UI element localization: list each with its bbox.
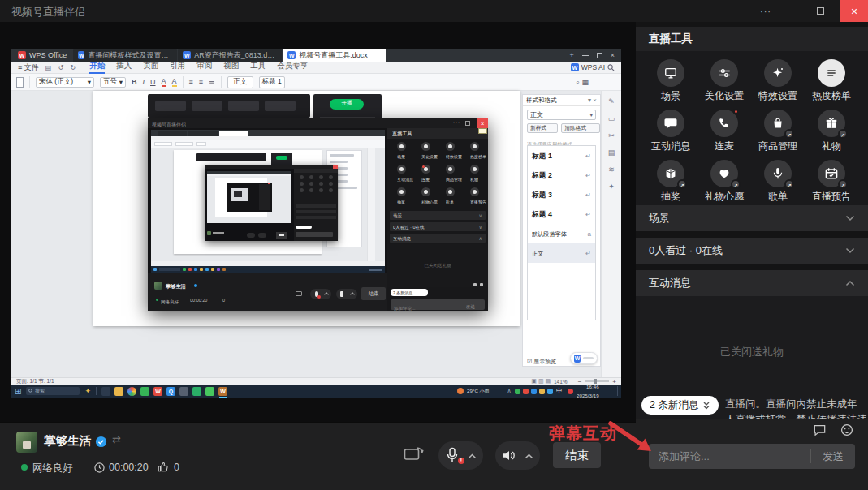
window-menu-icon[interactable]: ···: [754, 0, 778, 22]
captured-close-button: ×: [477, 118, 488, 128]
style-chip-body: 正文: [227, 76, 253, 88]
tool-songlist[interactable]: ↗歌单: [751, 156, 805, 205]
captured-preview: [151, 130, 385, 273]
section-messages[interactable]: 互动消息: [636, 270, 868, 296]
find-replace-icon: ⌕ ▦: [576, 78, 589, 87]
tools-panel-title: 直播工具: [636, 27, 868, 51]
scene-icon: [657, 59, 684, 87]
tray-icon: [547, 389, 553, 394]
tool-label: 商品管理: [751, 140, 805, 153]
live-tools-sidebar: 直播工具 场景美化设置特效设置热度榜单互动消息连麦↗商品管理↗礼物↗抽奖↗礼物心…: [636, 22, 868, 490]
captured-app-window-level3: [227, 183, 272, 212]
likes-count: 0: [174, 462, 179, 473]
tool-label: 连麦: [697, 140, 751, 153]
windows-taskbar: ⊞ 搜索 ✦ WQW 29°C 小雨 ∧ 中 16:46 2025/3/19: [11, 385, 621, 398]
screen-share-icon[interactable]: [404, 445, 425, 466]
wps-quick-icons: ▤ ↺ ↻: [45, 64, 78, 71]
preview-icon: ↗: [818, 160, 845, 187]
italic-icon: I: [143, 78, 145, 86]
section-scene[interactable]: 场景: [636, 205, 868, 231]
style-item: 标题 3↵: [528, 185, 595, 204]
style-item: 默认段落字体a: [528, 224, 595, 243]
live-preview-area: WWPS OfficeW直播间模板样式及设置方式—(1)WAR资产报告表_081…: [11, 49, 621, 398]
wps-newtab-icon: +: [569, 51, 573, 59]
tool-ranking[interactable]: 热度榜单: [805, 55, 858, 105]
system-notice: 直播间。直播间内禁止未成年 人直播或打赏，禁止传播违法违规内容: [725, 397, 868, 419]
lottery-icon: ↗: [657, 160, 684, 187]
cut-icon: ✂: [608, 131, 615, 140]
taskbar-tray: 29°C 小雨 ∧ 中 16:46 2025/3/19: [457, 382, 618, 398]
tool-label: 美化设置: [697, 89, 751, 103]
wps-ribbon-tab: 会员专享: [277, 61, 308, 74]
wps-tab-strip: WWPS OfficeW直播间模板样式及设置方式—(1)WAR资产报告表_081…: [11, 49, 621, 62]
taskbar-icon-app-q: Q: [166, 387, 175, 396]
mini-tool-goods: 商品管理: [438, 163, 462, 186]
verified-badge-icon: [95, 436, 107, 451]
external-link-icon: ↗: [838, 179, 848, 189]
emoji-icon[interactable]: [840, 423, 853, 440]
external-link-icon: ↗: [784, 129, 794, 139]
tool-preview[interactable]: ↗直播预告: [805, 156, 858, 205]
tool-goods[interactable]: ↗商品管理: [751, 105, 805, 155]
select-icon: ▭: [608, 114, 615, 122]
maximize-button[interactable]: [809, 0, 831, 22]
minimize-button[interactable]: [781, 0, 804, 22]
wps-doc-tab: W视频号直播工具.docx: [283, 49, 386, 62]
line-spacing-icon: ≣: [209, 78, 215, 86]
send-button[interactable]: 发送: [823, 449, 844, 464]
mini-tool-gift: 礼物: [462, 163, 486, 186]
chevron-up-icon[interactable]: [468, 453, 477, 459]
captured-app-window: 视频号直播伴侣 ··· ×: [148, 118, 488, 311]
section-viewers[interactable]: 0人看过 · 0在线: [636, 238, 868, 264]
wps-ribbon-tab: 审阅: [196, 61, 212, 74]
tool-gift[interactable]: ↗礼物: [805, 105, 858, 155]
tool-effects[interactable]: 特效设置: [751, 55, 805, 105]
title-bar: 视频号直播伴侣 ··· × 关: [0, 0, 868, 22]
tool-chat[interactable]: 互动消息: [644, 105, 697, 155]
external-link-icon: ↗: [784, 179, 794, 189]
ranking-icon: [818, 59, 845, 87]
speaker-button[interactable]: [495, 441, 540, 470]
end-stream-button[interactable]: 结束: [553, 442, 601, 468]
shape-icon: ▤: [608, 148, 615, 157]
chevron-down-icon: [845, 215, 855, 221]
tool-scene[interactable]: 场景: [644, 55, 697, 105]
new-style-button: 新样式: [527, 123, 558, 133]
wps-logo-icon: W: [571, 63, 579, 71]
bold-icon: B: [132, 78, 137, 86]
close-button[interactable]: ×: [840, 0, 868, 22]
style-item: 正文↵: [528, 243, 595, 263]
tool-label: 热度榜单: [805, 89, 858, 103]
red-dot-badge: [733, 109, 739, 114]
tool-beauty[interactable]: 美化设置: [697, 55, 751, 105]
comment-input-wrap: 发送: [649, 444, 855, 469]
comment-bubble-icon[interactable]: [813, 423, 827, 440]
likes-icon: [157, 461, 169, 476]
switch-account-icon[interactable]: ⇄: [112, 433, 121, 445]
wps-side-toolbar: ✎ ▭ ✂ ▤ ≋ ✦: [601, 91, 621, 377]
mini-tool-preview: 直播预告: [462, 186, 486, 208]
tool-call[interactable]: 连麦: [697, 105, 751, 155]
wps-ai-float: W: [570, 352, 598, 364]
comment-input[interactable]: [649, 444, 808, 469]
wps-doc-tab: WAR资产报告表_0813.docx: [178, 49, 282, 62]
taskbar-icon-browser: [127, 387, 136, 396]
chevron-down-icon: [845, 247, 855, 254]
network-status: 网络良好: [32, 462, 73, 475]
mini-tool-songlist: 歌单: [438, 186, 462, 208]
tool-lottery[interactable]: ↗抽奖: [644, 156, 697, 205]
window-title: 视频号直播伴侣: [11, 5, 85, 19]
wps-ribbon-tab: 视图: [223, 61, 239, 74]
wps-close-icon: ×: [611, 51, 615, 59]
goods-icon: ↗: [764, 110, 792, 137]
annotation-arrow: [602, 419, 667, 461]
microphone-button[interactable]: !: [438, 441, 483, 470]
speaker-icon: [502, 449, 516, 462]
songlist-icon: ↗: [764, 160, 792, 187]
tool-label: 歌单: [751, 190, 805, 204]
stream-duration: 00:00:20: [109, 462, 149, 473]
new-messages-badge[interactable]: 2 条新消息: [641, 396, 719, 415]
chevron-up-icon[interactable]: [525, 453, 533, 459]
mini-tool-effects: 特效设置: [438, 140, 462, 163]
tool-wish[interactable]: ↗礼物心愿: [697, 156, 751, 205]
